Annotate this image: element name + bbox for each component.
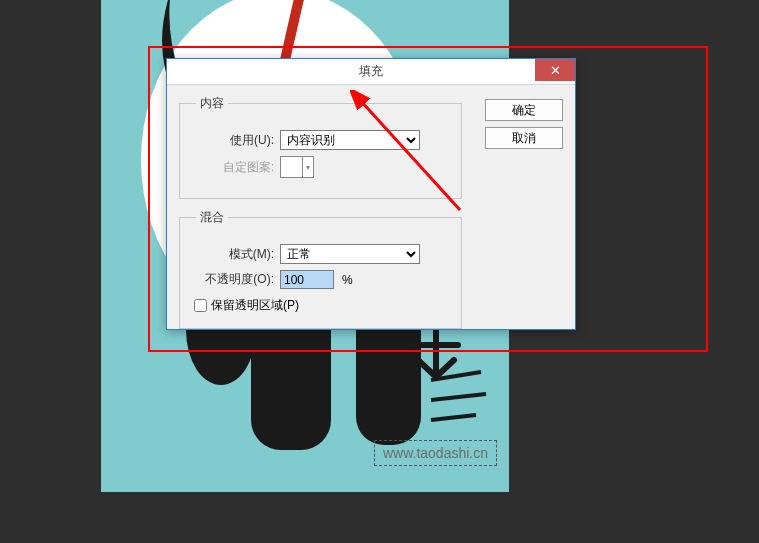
watermark-selection: www.taodashi.cn [374,440,497,466]
preserve-transparency-label: 保留透明区域(P) [211,297,299,314]
content-group: 内容 使用(U): 内容识别 自定图案: ▾ [179,95,462,199]
preserve-transparency-checkbox[interactable] [194,299,207,312]
fill-dialog: 填充 ✕ 内容 使用(U): 内容识别 自定图案: ▾ 混合 模式( [166,58,576,330]
mode-label: 模式(M): [190,246,280,263]
content-legend: 内容 [196,95,228,112]
pattern-label: 自定图案: [190,159,280,176]
opacity-label: 不透明度(O): [190,271,280,288]
opacity-input[interactable] [280,270,334,289]
use-label: 使用(U): [190,132,280,149]
dialog-title: 填充 [359,63,383,80]
cancel-button[interactable]: 取消 [485,127,563,149]
close-button[interactable]: ✕ [535,59,575,81]
pattern-swatch: ▾ [280,156,314,178]
blend-legend: 混合 [196,209,228,226]
ok-button[interactable]: 确定 [485,99,563,121]
watermark-text: www.taodashi.cn [383,445,488,461]
use-select[interactable]: 内容识别 [280,130,420,150]
dialog-body: 内容 使用(U): 内容识别 自定图案: ▾ 混合 模式(M): 正常 [167,85,575,349]
close-icon: ✕ [550,63,561,78]
dialog-titlebar[interactable]: 填充 ✕ [167,59,575,85]
button-column: 确定 取消 [485,99,563,149]
opacity-unit: % [342,273,353,287]
mode-select[interactable]: 正常 [280,244,420,264]
blend-group: 混合 模式(M): 正常 不透明度(O): % 保留透明区域(P) [179,209,462,329]
svg-line-8 [438,360,454,375]
